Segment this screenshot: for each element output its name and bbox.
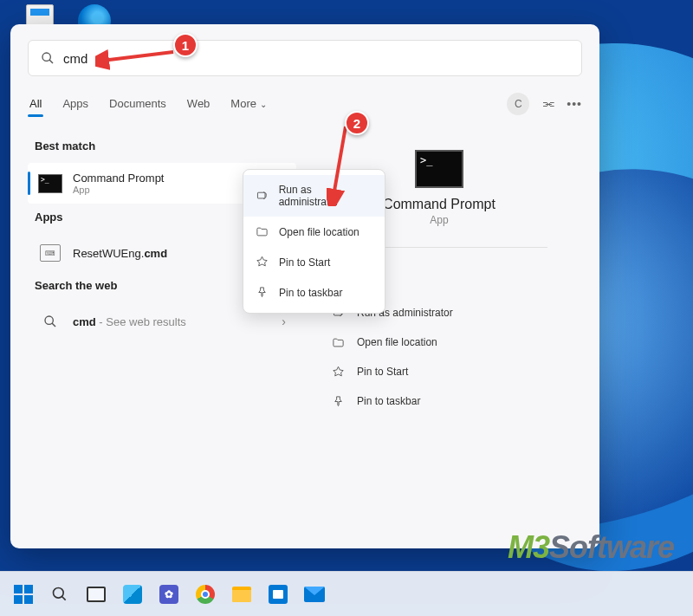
start-button[interactable] <box>9 580 38 609</box>
store-icon <box>269 585 288 604</box>
taskbar-search[interactable] <box>45 580 74 609</box>
command-prompt-icon <box>38 174 62 193</box>
annotation-arrow-1 <box>95 45 182 71</box>
user-avatar[interactable]: C <box>507 93 529 115</box>
result-subtitle: App <box>73 185 164 195</box>
svg-rect-6 <box>257 192 265 198</box>
mail-icon <box>304 587 325 602</box>
folder-icon <box>332 336 345 349</box>
action-pin-start[interactable]: Pin to Start <box>314 357 565 386</box>
pin-icon <box>332 366 345 379</box>
tab-documents[interactable]: Documents <box>107 92 168 115</box>
taskbar: ✿ <box>0 571 693 616</box>
tab-apps[interactable]: Apps <box>61 92 90 115</box>
svg-line-10 <box>62 596 66 600</box>
context-menu: Run as administrator Open file location … <box>243 169 385 314</box>
cmd-file-icon: ⌨ <box>40 244 61 262</box>
task-view[interactable] <box>81 580 111 609</box>
more-options-icon[interactable]: ••• <box>567 97 582 111</box>
action-pin-taskbar[interactable]: Pin to taskbar <box>314 386 565 416</box>
task-view-icon <box>87 587 106 602</box>
command-prompt-icon <box>415 150 463 188</box>
search-icon <box>41 51 55 65</box>
filter-tabs: All Apps Documents Web More⌄ C ⫘ ••• <box>28 92 582 115</box>
tab-web[interactable]: Web <box>185 92 212 115</box>
ctx-run-admin[interactable]: Run as administrator <box>243 175 385 217</box>
section-best-match: Best match <box>35 139 296 152</box>
result-title: Command Prompt <box>73 172 164 185</box>
folder-icon <box>232 587 251 602</box>
pin-icon <box>256 256 269 269</box>
tab-more[interactable]: More⌄ <box>229 92 269 115</box>
ctx-pin-start[interactable]: Pin to Start <box>243 247 385 277</box>
chrome-icon <box>196 585 215 604</box>
shield-icon <box>256 190 269 203</box>
search-icon <box>51 586 68 603</box>
svg-point-2 <box>45 316 53 324</box>
pin-icon <box>256 286 269 299</box>
annotation-badge-1: 1 <box>173 33 198 57</box>
svg-line-7 <box>102 52 173 61</box>
annotation-badge-2: 2 <box>345 111 369 135</box>
ctx-open-location[interactable]: Open file location <box>243 217 385 247</box>
chrome[interactable] <box>191 580 220 609</box>
chevron-right-icon: › <box>282 314 286 328</box>
svg-line-8 <box>334 126 346 196</box>
rewards-icon[interactable]: ⫘ <box>541 96 554 111</box>
widgets[interactable] <box>118 580 147 609</box>
svg-line-3 <box>52 323 55 327</box>
svg-point-9 <box>54 587 64 598</box>
teams-chat[interactable]: ✿ <box>154 580 184 609</box>
ctx-pin-taskbar[interactable]: Pin to taskbar <box>243 277 385 308</box>
svg-line-1 <box>49 60 53 63</box>
teams-icon: ✿ <box>159 585 178 604</box>
windows-logo-icon <box>14 585 33 604</box>
svg-point-0 <box>42 53 50 61</box>
mail[interactable] <box>300 580 329 609</box>
tab-all[interactable]: All <box>28 92 43 115</box>
search-icon <box>43 314 57 328</box>
widgets-icon <box>123 585 142 604</box>
chevron-down-icon: ⌄ <box>260 100 267 109</box>
microsoft-store[interactable] <box>263 580 293 609</box>
watermark: M3Software <box>508 529 674 566</box>
action-open-location[interactable]: Open file location <box>314 327 565 357</box>
folder-icon <box>256 225 269 238</box>
file-explorer[interactable] <box>227 580 256 609</box>
pin-icon <box>332 395 345 408</box>
result-title: ResetWUEng.cmd <box>73 247 167 260</box>
